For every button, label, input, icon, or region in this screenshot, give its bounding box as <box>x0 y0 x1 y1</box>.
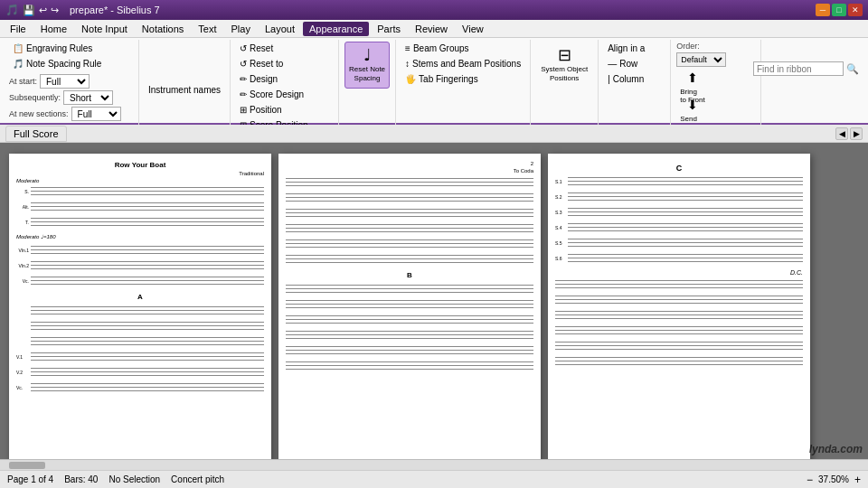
scroll-left-btn[interactable]: ◀ <box>835 127 848 140</box>
doc-toolbar: Full Score ◀ ▶ <box>0 125 868 143</box>
staff-row-cello: Vc. <box>16 275 264 287</box>
row-icon: — <box>608 59 617 69</box>
score-design-btn[interactable]: ✏ Score Design <box>236 88 307 101</box>
p2-b-staff-6 <box>286 360 533 372</box>
order-label-text: Order: <box>676 42 700 51</box>
engraving-rules-btn[interactable]: 📋 Engraving Rules <box>9 42 96 55</box>
p2-b-staff-2 <box>286 298 533 311</box>
menu-note-input[interactable]: Note Input <box>75 22 134 36</box>
score-page-3: C S.1 S.2 S.3 S.4 <box>548 154 810 459</box>
dc-marking: D.C. <box>555 269 803 276</box>
scroll-right-btn[interactable]: ▶ <box>850 127 863 140</box>
at-new-sections-row: At new sections: Full <box>9 107 121 121</box>
at-start-select[interactable]: Full <box>40 74 90 89</box>
find-ribbon: 🔍 <box>753 61 859 76</box>
tab-icon: 🖐 <box>405 74 416 84</box>
p2-staff-1 <box>286 176 533 189</box>
bring-to-front-btn[interactable]: ⬆ Bringto Front <box>676 69 709 94</box>
menu-review[interactable]: Review <box>409 22 454 36</box>
menu-play[interactable]: Play <box>225 22 257 36</box>
p2-staff-5 <box>286 238 533 250</box>
concert-pitch-indicator[interactable]: Concert pitch <box>171 474 224 484</box>
menu-notations[interactable]: Notations <box>136 22 190 36</box>
selection-indicator: No Selection <box>108 474 160 484</box>
menu-appearance[interactable]: Appearance <box>303 22 369 36</box>
design-icon: ✏ <box>240 74 247 84</box>
title-bar-controls: ─ □ ✕ <box>816 4 863 16</box>
zoom-out-btn[interactable]: − <box>807 474 813 486</box>
zoom-in-btn[interactable]: + <box>854 474 861 486</box>
at-new-sections-label: At new sections: <box>9 109 69 118</box>
p2-staff-3 <box>286 207 533 220</box>
bring-front-icon: ⬆ <box>687 70 698 85</box>
quick-save-icon[interactable]: 💾 <box>23 5 35 16</box>
p3-staff-6: S.6 <box>555 252 803 265</box>
p3-staff-5: S.5 <box>555 237 803 249</box>
quick-undo-icon[interactable]: ↩ <box>39 5 47 16</box>
menu-bar: File Home Note Input Notations Text Play… <box>0 20 868 38</box>
column-btn[interactable]: | Column <box>604 72 647 86</box>
to-coda: To Coda <box>286 168 533 174</box>
maximize-button[interactable]: □ <box>832 4 846 16</box>
page-indicator: Page 1 of 4 <box>7 474 53 484</box>
find-ribbon-input[interactable] <box>753 61 844 76</box>
status-right: − 37.50% + <box>807 474 861 486</box>
p2-b-staff-1 <box>286 283 533 296</box>
p3-b-staff-2 <box>555 294 803 306</box>
subsequently-select[interactable]: Short <box>63 90 113 105</box>
score-traditional: Traditional <box>16 171 264 176</box>
staff-row-a2 <box>16 320 264 333</box>
p2-staff-2 <box>286 192 533 204</box>
p3-b-staff-3 <box>555 309 803 322</box>
row-btn[interactable]: — Row <box>604 57 641 70</box>
full-score-tab[interactable]: Full Score <box>5 126 67 142</box>
note-spacing-rule-btn[interactable]: 🎵 Note Spacing Rule <box>9 57 105 70</box>
doc-nav-arrows: ◀ ▶ <box>835 127 863 140</box>
at-start-label: At start: <box>9 77 37 86</box>
position-btn[interactable]: ⊞ Position <box>236 103 286 117</box>
title-bar: 🎵 💾 ↩ ↪ prepare* - Sibelius 7 ─ □ ✕ <box>0 0 868 20</box>
p3-staff-2: S.2 <box>555 191 803 203</box>
staff-row-violin1: Vln.1 <box>16 244 264 257</box>
subsequently-label: Subsequently: <box>9 93 61 102</box>
menu-file[interactable]: File <box>4 22 33 36</box>
p2-staff-4 <box>286 222 533 235</box>
note-spacing-big-icon: ♩ <box>363 47 371 63</box>
system-object-positions-btn[interactable]: ⊟ System ObjectPositions <box>536 42 592 89</box>
status-left: Page 1 of 4 Bars: 40 No Selection Concer… <box>7 474 224 484</box>
p3-b-staff-1 <box>555 278 803 291</box>
at-new-sections-select[interactable]: Full <box>71 107 121 121</box>
position-icon: ⊞ <box>240 105 247 115</box>
reset-to-btn[interactable]: ↺ Reset to <box>236 57 287 70</box>
bars-indicator: Bars: 40 <box>64 474 98 484</box>
close-button[interactable]: ✕ <box>848 4 863 16</box>
p2-b-staff-5 <box>286 344 533 357</box>
align-in-a-btn[interactable]: Align in a <box>604 42 648 55</box>
horizontal-scrollbar[interactable] <box>0 459 868 470</box>
tab-fingerings-btn[interactable]: 🖐 Tab Fingerings <box>401 72 482 86</box>
title-bar-left: 🎵 💾 ↩ ↪ prepare* - Sibelius 7 <box>5 4 160 16</box>
stems-beam-positions-btn[interactable]: ↕ Stems and Beam Positions <box>401 57 524 70</box>
minimize-button[interactable]: ─ <box>816 4 830 16</box>
menu-layout[interactable]: Layout <box>259 22 301 36</box>
staff-row-soprano: S. <box>16 185 264 198</box>
p3-b-staff-6 <box>555 355 803 368</box>
find-ribbon-icon[interactable]: 🔍 <box>846 63 859 75</box>
ribbon: 📋 Engraving Rules 🎵 Note Spacing Rule At… <box>0 38 868 125</box>
menu-parts[interactable]: Parts <box>371 22 407 36</box>
status-bar: Page 1 of 4 Bars: 40 No Selection Concer… <box>0 470 868 488</box>
send-to-back-btn[interactable]: ⬇ Sendto Back <box>676 96 708 121</box>
score-page-2: 2 To Coda <box>278 154 541 459</box>
menu-home[interactable]: Home <box>34 22 73 36</box>
reset-note-spacing-btn[interactable]: ♩ Reset NoteSpacing <box>344 42 390 89</box>
staff-row-alto: Alt. <box>16 201 264 213</box>
reset-btn[interactable]: ↺ Reset <box>236 42 277 55</box>
design-btn[interactable]: ✏ Design <box>236 72 281 86</box>
menu-view[interactable]: View <box>456 22 490 36</box>
beam-groups-btn[interactable]: ≡ Beam Groups <box>401 42 473 55</box>
order-select[interactable]: Default <box>676 52 726 67</box>
menu-text[interactable]: Text <box>192 22 222 36</box>
p3-staff-4: S.4 <box>555 221 803 234</box>
quick-redo-icon[interactable]: ↪ <box>51 5 59 16</box>
scroll-thumb[interactable] <box>9 462 45 469</box>
